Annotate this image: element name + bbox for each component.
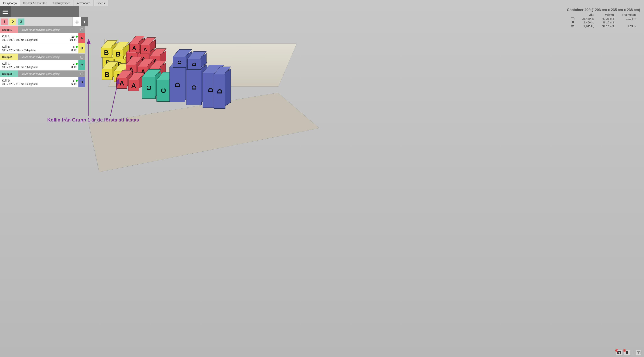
svg-line-24 (110, 81, 118, 116)
svg-rect-16 (572, 21, 574, 23)
svg-rect-1 (2, 11, 8, 12)
forbidden-icon (615, 349, 618, 352)
cargo-box-3d[interactable]: A (129, 43, 139, 52)
cargo-item-main: Kolli D200 x 120 x 110 cm 360kg/total (0, 77, 66, 87)
cargo-item-main: Kolli A100 x 100 x 100 cm 530kg/total (0, 33, 66, 43)
top-tab-easycargo[interactable]: EasyCargo (0, 0, 20, 6)
stats-volym: 39.16 m3 (598, 24, 618, 28)
cargo-sidebar: Grupp 1- klicka för att redigera anmärkn… (0, 26, 85, 87)
group-note-field[interactable]: - klicka för att redigera anmärkning (18, 53, 85, 60)
cargo-box-3d[interactable]: A (128, 80, 139, 91)
cargo-box-3d[interactable]: D (173, 57, 186, 68)
svg-rect-7 (80, 56, 83, 58)
group-header-2[interactable]: Grupp 2- klicka för att redigera anmärkn… (0, 53, 85, 60)
add-cargo-icon[interactable] (79, 72, 84, 76)
cargo-box-3d[interactable]: B (102, 69, 113, 80)
svg-line-28 (624, 350, 625, 351)
top-tabs: EasyCargoFrakter & UtskrifterLastutrymme… (0, 0, 644, 6)
svg-rect-0 (2, 10, 8, 11)
cargo-item-name: Kolli C (2, 62, 65, 65)
top-tab-frakter-utskrifter[interactable]: Frakter & Utskrifter (20, 0, 50, 6)
group-note-placeholder: - klicka för att redigera anmärkning (20, 55, 60, 58)
cargo-item-dims: 200 x 120 x 110 cm 360kg/total (2, 82, 65, 85)
svg-rect-17 (571, 25, 574, 26)
stats-col-header: Vikt: (578, 13, 598, 17)
cargo-box-3d[interactable]: B (113, 49, 124, 59)
cargo-box-3d[interactable]: D (170, 67, 185, 102)
top-tab-anv-ndare[interactable]: Användare (74, 0, 94, 6)
add-cargo-icon[interactable] (79, 28, 84, 32)
toggle-weight-button[interactable]: kg (616, 350, 622, 355)
add-group-button[interactable]: + (72, 17, 81, 26)
cargo-item-dims: 130 x 120 x 100 cm 192kg/total (2, 65, 65, 68)
cargo-color-swatch[interactable]: D (78, 77, 85, 87)
collapse-sidebar-button[interactable] (81, 17, 88, 26)
svg-rect-18 (571, 26, 572, 27)
cargo-color-swatch[interactable]: A (78, 33, 85, 43)
hamburger-icon (2, 10, 8, 14)
svg-marker-3 (83, 20, 85, 24)
cargo-box-3d[interactable]: A (140, 45, 150, 54)
group-note-field[interactable]: - klicka för att redigera anmärkning (18, 70, 85, 77)
group-label: Grupp 2 (0, 53, 18, 60)
box-icon (567, 20, 578, 24)
qty-unit: st (74, 65, 78, 68)
group-tab-3[interactable]: 3 (18, 18, 24, 25)
cargo-item-row[interactable]: Kolli B100 x 120 x 90 cm 384kg/total88st… (0, 43, 85, 53)
stats-volym: 39.16 m3 (598, 20, 618, 24)
svg-rect-29 (637, 352, 638, 354)
view-layout-icon (637, 351, 640, 354)
cargo-item-row[interactable]: Kolli D200 x 120 x 110 cm 360kg/total66s… (0, 77, 85, 87)
cargo-box-3d[interactable]: D (186, 70, 202, 105)
group-tab-2[interactable]: 2 (10, 18, 16, 25)
cargo-item-name: Kolli B (2, 45, 65, 48)
status-dot-icon (76, 36, 78, 38)
cargo-box-3d[interactable]: D (187, 59, 201, 70)
annotation-text: Kollin från Grupp 1 är de första att las… (47, 117, 139, 123)
cargo-item-qty: 88st (66, 43, 78, 53)
group-tab-1[interactable]: 1 (1, 18, 8, 25)
toggle-text-button[interactable]: T (624, 350, 630, 355)
container-title: Container 40ft (1203 cm x 235 cm x 238 c… (567, 8, 640, 12)
hamburger-menu-button[interactable] (0, 6, 11, 17)
group-note-field[interactable]: - klicka för att redigera anmärkning (18, 26, 85, 33)
svg-line-26 (616, 350, 618, 351)
add-cargo-icon[interactable] (79, 55, 84, 59)
cargo-item-qty: 1010st (66, 33, 78, 43)
stats-row: 1,466 kg39.16 m31.63 m (567, 24, 640, 28)
svg-rect-4 (80, 29, 83, 31)
status-dot-icon (76, 80, 78, 82)
cargo-box-3d[interactable]: B (101, 48, 112, 57)
status-dot-icon (76, 63, 78, 65)
header-bar (0, 6, 644, 17)
svg-rect-2 (2, 13, 8, 14)
top-tab-lastutrymmen[interactable]: Lastutrymmen (50, 0, 74, 6)
group-note-placeholder: - klicka för att redigera anmärkning (20, 28, 60, 31)
top-tab-licens[interactable]: Licens (94, 0, 108, 6)
group-tab-row: 123 + (0, 17, 88, 26)
cargo-item-name: Kolli A (2, 35, 65, 38)
stats-vikt: 1,466 kg (578, 20, 598, 24)
qty-unit: st (74, 48, 78, 51)
svg-rect-10 (80, 73, 83, 75)
stats-fria (618, 20, 640, 24)
toggle-text-icon: T (626, 351, 628, 354)
cargo-item-row[interactable]: Kolli A100 x 100 x 100 cm 530kg/total101… (0, 33, 85, 43)
stats-fria: 1.63 m (618, 24, 640, 28)
cargo-item-qty: 33st (66, 60, 78, 70)
group-note-placeholder: - klicka för att redigera anmärkning (20, 72, 60, 75)
container-icon (567, 17, 578, 20)
view-layout-button[interactable] (636, 350, 642, 355)
cargo-item-row[interactable]: Kolli C130 x 120 x 100 cm 192kg/total33s… (0, 60, 85, 70)
pallet-icon (567, 24, 578, 28)
cargo-item-dims: 100 x 120 x 90 cm 384kg/total (2, 49, 65, 52)
cargo-color-swatch[interactable]: C (78, 60, 85, 70)
stats-row: 26,480 kg67.28 m312.03 m (567, 17, 640, 20)
cargo-box-3d[interactable]: C (142, 77, 156, 99)
cargo-color-swatch[interactable]: B (78, 43, 85, 53)
status-dot-icon (76, 46, 78, 48)
cargo-box-3d[interactable]: D (214, 74, 226, 109)
cargo-box-3d[interactable]: C (156, 79, 170, 102)
group-header-1[interactable]: Grupp 1- klicka för att redigera anmärkn… (0, 26, 85, 33)
group-header-3[interactable]: Grupp 3- klicka för att redigera anmärkn… (0, 70, 85, 77)
